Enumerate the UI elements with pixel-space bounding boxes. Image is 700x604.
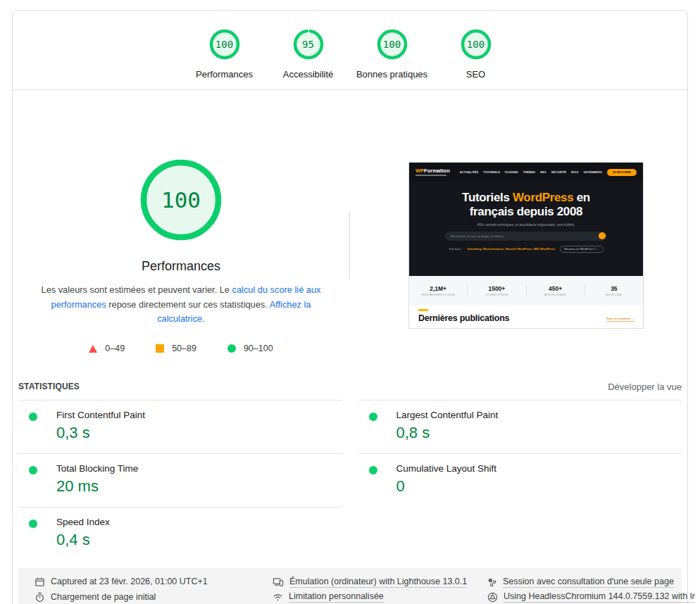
load-type: Chargement de page initial bbox=[35, 592, 273, 603]
expand-view-button[interactable]: Développer la vue bbox=[608, 382, 682, 392]
legend-pass: 90–100 bbox=[227, 344, 273, 353]
thumb-tagline-bar bbox=[415, 175, 446, 176]
performance-score-value: 100 bbox=[139, 158, 223, 242]
category-label: Accessibilité bbox=[283, 69, 334, 80]
gauge-ring: 100 bbox=[461, 29, 492, 60]
page-screenshot-thumbnail: WPFormation ACTUALITÉSTUTORIELSPLUGINSTH… bbox=[408, 162, 644, 329]
performance-main-gauge: 100 bbox=[139, 158, 223, 242]
thumb-site-header: WPFormation ACTUALITÉSTUTORIELSPLUGINSTH… bbox=[409, 163, 643, 182]
thumb-hero-subtitle: 450+ tutoriels techniques, un autodidact… bbox=[409, 223, 643, 227]
metrics-grid: First Contentful Paint 0,3 s Largest Con… bbox=[18, 400, 682, 560]
summary-gauge-seo[interactable]: 100 SEO bbox=[434, 29, 518, 80]
pass-dot-icon bbox=[29, 520, 37, 528]
statistics-heading: STATISTIQUES bbox=[18, 382, 80, 391]
thumb-hero-title: Tutoriels WordPress en français depuis 2… bbox=[409, 191, 643, 220]
pass-dot-icon bbox=[29, 466, 37, 474]
category-label: Performances bbox=[196, 69, 253, 80]
thumb-site-nav: ACTUALITÉSTUTORIELSPLUGINSTHÈMESSEOSÉCUR… bbox=[460, 170, 602, 174]
performance-title: Performances bbox=[13, 259, 349, 274]
performance-description: Les valeurs sont estimées et peuvent var… bbox=[39, 283, 323, 327]
thumb-site-logo: WPFormation bbox=[415, 168, 450, 177]
performance-section: 100 Performances Les valeurs sont estimé… bbox=[13, 90, 687, 375]
throttling-info[interactable]: Limitation personnalisée bbox=[273, 591, 487, 603]
category-label: Bonnes pratiques bbox=[356, 69, 427, 80]
summary-gauge-performances[interactable]: 100 Performances bbox=[182, 29, 266, 80]
gauge-ring: 100 bbox=[377, 29, 408, 60]
network-icon bbox=[273, 592, 283, 603]
legend-fail: 0–49 bbox=[89, 344, 125, 353]
score-value: 95 bbox=[293, 29, 324, 60]
session-info[interactable]: Session avec consultation d'une seule pa… bbox=[487, 577, 695, 588]
thumb-search-button bbox=[599, 232, 606, 239]
pass-circle-icon bbox=[227, 344, 236, 353]
lighthouse-report-card: 100 Performances 95 Accessibilité 100 bbox=[12, 10, 688, 604]
metric-cumulative-layout-shift: Cumulative Layout Shift 0 bbox=[358, 453, 682, 507]
desc-text: repose directement sur ces statistiques. bbox=[106, 299, 270, 310]
gauge-ring: 100 bbox=[209, 29, 240, 60]
average-square-icon bbox=[156, 344, 164, 353]
category-label: SEO bbox=[466, 69, 485, 80]
emulation-info[interactable]: Émulation (ordinateur) with Lighthouse 1… bbox=[273, 577, 487, 588]
calendar-icon bbox=[35, 577, 45, 587]
thumb-publications-section: Dernières publications Tous les tutoriel… bbox=[409, 306, 643, 328]
chrome-icon bbox=[487, 592, 498, 603]
score-value: 100 bbox=[209, 29, 240, 60]
score-legend: 0–49 50–89 90–100 bbox=[13, 344, 349, 353]
metric-first-contentful-paint: First Contentful Paint 0,3 s bbox=[18, 400, 342, 453]
stopwatch-icon bbox=[35, 592, 45, 603]
metric-speed-index: Speed Index 0,4 s bbox=[18, 507, 342, 560]
metric-largest-contentful-paint: Largest Contentful Paint 0,8 s bbox=[358, 400, 682, 453]
fail-triangle-icon bbox=[89, 345, 97, 353]
thumb-new-pill: Nouveau sur WordPress ? → bbox=[560, 246, 603, 253]
session-icon bbox=[487, 577, 497, 587]
thumb-search-bar: Rechercher un tuto, un plugin, un thème bbox=[445, 232, 607, 241]
thumb-stats-bar: 2,1M+TÉLÉCHARGEMENTS PLUGINS 1500+TUTORI… bbox=[409, 276, 643, 306]
thumb-cta-button: JE ME FORME bbox=[607, 169, 637, 176]
gauge-ring: 95 bbox=[293, 29, 324, 60]
desc-text: Les valeurs sont estimées et peuvent var… bbox=[42, 284, 232, 295]
emulation-icon bbox=[273, 577, 284, 587]
thumb-accent-dash bbox=[418, 309, 428, 311]
summary-gauge-accessibilite[interactable]: 95 Accessibilité bbox=[266, 29, 350, 80]
pass-dot-icon bbox=[369, 413, 377, 421]
vertical-divider bbox=[349, 212, 350, 279]
capture-time: Captured at 23 févr. 2026, 01:00 UTC+1 bbox=[35, 577, 273, 587]
score-value: 100 bbox=[461, 29, 492, 60]
legend-average: 50–89 bbox=[156, 344, 196, 353]
statistics-section: STATISTIQUES Développer la vue First Con… bbox=[13, 377, 687, 560]
browser-info[interactable]: Using HeadlessChromium 144.0.7559.132 wi… bbox=[487, 591, 695, 603]
legend-range: 0–49 bbox=[105, 344, 125, 353]
pass-dot-icon bbox=[29, 413, 37, 421]
metric-total-blocking-time: Total Blocking Time 20 ms bbox=[18, 453, 342, 507]
scores-summary: 100 Performances 95 Accessibilité 100 bbox=[13, 11, 687, 90]
legend-range: 50–89 bbox=[172, 344, 196, 353]
thumb-popular-row: Populaire : Gutenberg, WooCommerce, Sécu… bbox=[409, 246, 643, 253]
performance-gauge-column: 100 Performances Les valeurs sont estimé… bbox=[13, 90, 349, 375]
summary-gauge-bonnes-pratiques[interactable]: 100 Bonnes pratiques bbox=[350, 29, 434, 80]
legend-range: 90–100 bbox=[244, 344, 273, 353]
thumb-hero: Tutoriels WordPress en français depuis 2… bbox=[409, 182, 643, 276]
thumb-all-tutorials-link: Tous les tutoriels → bbox=[606, 317, 635, 322]
screenshot-column: WPFormation ACTUALITÉSTUTORIELSPLUGINSTH… bbox=[352, 90, 689, 375]
environment-footer: Captured at 23 févr. 2026, 01:00 UTC+1 C… bbox=[18, 568, 682, 604]
metric-empty-cell bbox=[358, 507, 682, 560]
pass-dot-icon bbox=[369, 466, 377, 474]
score-value: 100 bbox=[377, 29, 408, 60]
